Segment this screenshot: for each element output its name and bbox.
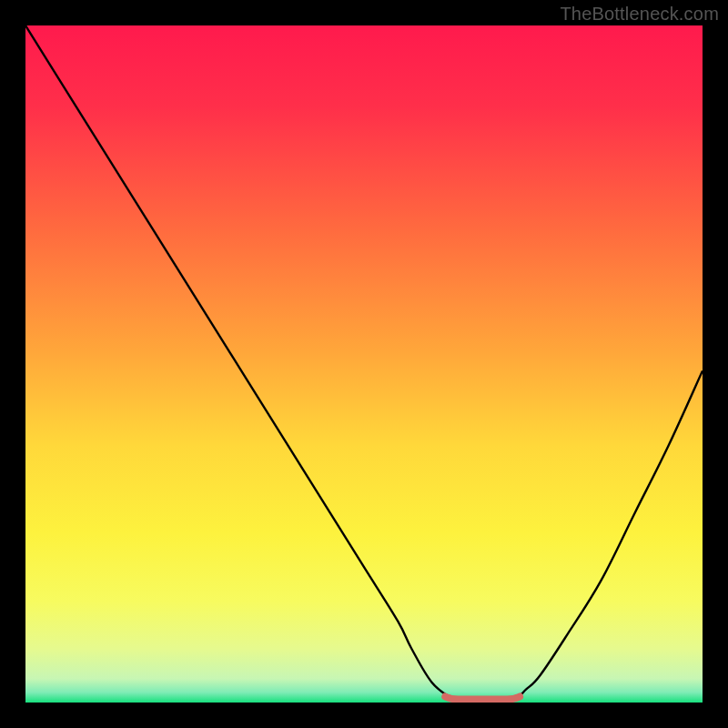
chart-frame: TheBottleneck.com: [0, 0, 728, 728]
plot-area: [25, 25, 703, 703]
gradient-background: [25, 25, 703, 703]
bottleneck-chart: [25, 25, 703, 703]
watermark-text: TheBottleneck.com: [560, 4, 719, 25]
optimal-range-marker: [445, 697, 520, 700]
